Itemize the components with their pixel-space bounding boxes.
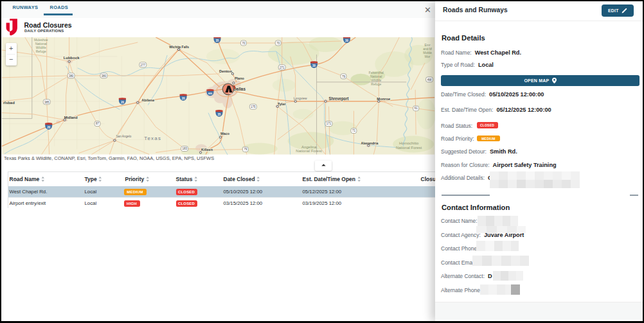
svg-text:Denton: Denton [219,69,232,73]
svg-text:271: 271 [280,66,285,69]
svg-text:Tyler: Tyler [278,102,287,106]
svg-text:87: 87 [96,122,99,125]
svg-text:Refuge: Refuge [36,49,46,53]
svg-text:National Forest: National Forest [296,150,322,153]
svg-text:70: 70 [242,42,245,45]
svg-text:4W: 4W [427,78,432,82]
svg-text:277: 277 [141,64,146,67]
svg-text:Texas: Texas [144,135,161,141]
svg-text:380: 380 [69,74,74,78]
svg-text:20: 20 [121,101,124,104]
svg-text:Abilene: Abilene [141,98,155,102]
svg-text:Midland: Midland [64,116,78,119]
svg-text:20: 20 [182,97,185,100]
svg-text:79: 79 [342,75,345,78]
svg-text:71: 71 [352,129,355,132]
svg-text:Alexandria: Alexandria [361,141,379,145]
svg-text:Shreveport: Shreveport [329,96,350,101]
svg-text:Homochitto: Homochitto [399,141,419,145]
svg-text:National Forest: National Forest [396,146,422,150]
svg-text:20: 20 [47,126,50,129]
svg-text:rlsbad: rlsbad [3,101,15,105]
svg-text:Wichita Falls: Wichita Falls [169,45,189,49]
svg-text:175: 175 [251,105,256,109]
svg-text:Longview: Longview [294,96,308,100]
svg-text:79: 79 [244,148,247,151]
svg-text:Plano: Plano [235,76,244,80]
svg-text:380: 380 [102,74,107,78]
svg-text:171: 171 [326,122,332,125]
svg-text:35: 35 [216,39,219,42]
svg-text:San Angelo: San Angelo [116,134,131,138]
svg-text:Refuge: Refuge [371,82,381,86]
svg-text:385: 385 [44,101,49,104]
svg-text:35: 35 [218,113,221,116]
svg-text:70: 70 [276,42,280,45]
svg-text:61: 61 [415,107,418,110]
svg-text:30: 30 [345,39,348,42]
svg-text:820: 820 [208,92,212,95]
svg-text:183: 183 [182,147,187,150]
svg-text:30: 30 [312,64,316,67]
svg-text:Killeen: Killeen [201,148,213,152]
svg-text:Mor: Mor [425,55,431,58]
svg-text:Lubbock: Lubbock [64,56,80,60]
svg-text:Angelina: Angelina [301,145,317,149]
svg-text:Waco: Waco [220,132,229,135]
